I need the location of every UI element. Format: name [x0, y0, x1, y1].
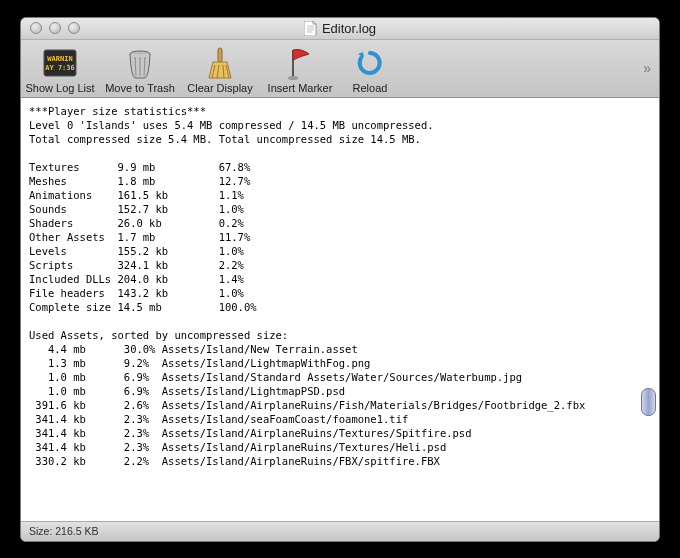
size-label: Size: — [29, 525, 52, 537]
reload-icon — [355, 46, 385, 80]
app-window: Editor.log WARNIN AY 7:36 Show Log List — [20, 17, 660, 542]
svg-rect-11 — [218, 48, 222, 62]
toolbar-label: Insert Marker — [268, 82, 333, 94]
zoom-button[interactable] — [68, 22, 80, 34]
log-content[interactable]: ***Player size statistics*** Level 0 'Is… — [21, 98, 659, 521]
close-button[interactable] — [30, 22, 42, 34]
warning-panel-icon: WARNIN AY 7:36 — [42, 46, 78, 80]
move-to-trash-button[interactable]: Move to Trash — [105, 46, 175, 94]
minimize-button[interactable] — [49, 22, 61, 34]
window-title: Editor.log — [21, 21, 659, 36]
statusbar: Size: 216.5 KB — [21, 521, 659, 541]
toolbar-label: Clear Display — [187, 82, 252, 94]
show-log-list-button[interactable]: WARNIN AY 7:36 Show Log List — [25, 46, 95, 94]
insert-marker-button[interactable]: Insert Marker — [265, 46, 335, 94]
toolbar-label: Reload — [353, 82, 388, 94]
toolbar-label: Show Log List — [25, 82, 94, 94]
broom-icon — [205, 46, 235, 80]
scrollbar-thumb[interactable] — [641, 388, 656, 416]
toolbar-label: Move to Trash — [105, 82, 175, 94]
flag-icon — [287, 46, 313, 80]
titlebar[interactable]: Editor.log — [21, 18, 659, 40]
svg-text:AY 7:36: AY 7:36 — [45, 64, 75, 72]
window-title-text: Editor.log — [322, 21, 376, 36]
toolbar-overflow-icon[interactable]: » — [643, 60, 651, 76]
reload-button[interactable]: Reload — [345, 46, 395, 94]
log-text: ***Player size statistics*** Level 0 'Is… — [29, 104, 651, 468]
size-value: 216.5 KB — [55, 525, 98, 537]
svg-point-17 — [288, 76, 298, 80]
svg-text:WARNIN: WARNIN — [47, 55, 72, 63]
document-icon — [304, 21, 317, 36]
trash-icon — [125, 46, 155, 80]
toolbar: WARNIN AY 7:36 Show Log List Move to Tra… — [21, 40, 659, 98]
traffic-lights — [21, 22, 80, 34]
clear-display-button[interactable]: Clear Display — [185, 46, 255, 94]
svg-rect-4 — [44, 50, 76, 76]
